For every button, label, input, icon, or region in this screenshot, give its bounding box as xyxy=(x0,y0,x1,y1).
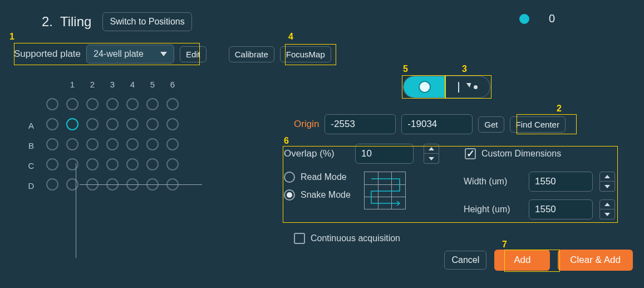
well[interactable] xyxy=(46,158,58,170)
well[interactable] xyxy=(146,138,159,150)
well[interactable] xyxy=(66,98,78,110)
plate-select[interactable]: 24-well plate xyxy=(86,45,174,64)
overlap-down[interactable] xyxy=(424,154,439,164)
edit-button[interactable]: Edit xyxy=(180,46,207,62)
overlap-spinner[interactable] xyxy=(424,144,439,164)
well[interactable] xyxy=(146,118,159,130)
snake-mode-radio[interactable]: Snake Mode xyxy=(284,189,351,201)
overlap-input[interactable] xyxy=(355,144,414,164)
col-hdr-3: 3 xyxy=(102,75,122,95)
well[interactable] xyxy=(86,158,99,170)
custom-dimensions-checkbox[interactable]: Custom Dimensions xyxy=(465,148,561,159)
well[interactable] xyxy=(86,138,99,150)
read-mode-label: Read Mode xyxy=(301,172,347,182)
col-hdr-4: 4 xyxy=(122,75,142,95)
well[interactable] xyxy=(106,118,119,130)
annot-7: 7 xyxy=(502,240,507,250)
height-down[interactable] xyxy=(599,209,615,219)
height-up[interactable] xyxy=(599,199,615,209)
chevron-down-icon xyxy=(160,52,167,56)
col-hdr-5: 5 xyxy=(142,75,163,95)
find-center-button[interactable]: Find Center xyxy=(510,116,566,133)
well[interactable] xyxy=(126,138,139,150)
checkbox-icon xyxy=(465,148,476,159)
col-hdr-2: 2 xyxy=(82,75,102,95)
calibrate-button[interactable]: Calibrate xyxy=(229,46,274,62)
read-mode-radio[interactable]: Read Mode xyxy=(284,172,351,183)
well[interactable] xyxy=(86,118,99,130)
overlap-up[interactable] xyxy=(424,144,439,154)
width-spinner[interactable] xyxy=(599,172,615,192)
well[interactable] xyxy=(166,158,179,170)
well[interactable] xyxy=(46,98,58,110)
caret-up-icon xyxy=(429,147,434,150)
page-title: 2. Tiling xyxy=(42,14,91,30)
circle-icon xyxy=(419,81,431,93)
well[interactable] xyxy=(106,98,119,110)
well[interactable] xyxy=(166,118,179,130)
checkbox-icon xyxy=(294,233,305,244)
origin-y-input[interactable] xyxy=(401,114,473,134)
caret-down-icon xyxy=(604,185,610,188)
snake-mode-label: Snake Mode xyxy=(301,190,351,200)
plate-select-value: 24-well plate xyxy=(94,49,144,59)
height-label: Height (um) xyxy=(464,204,522,214)
annot-2: 2 xyxy=(557,104,562,114)
get-origin-button[interactable]: Get xyxy=(478,116,504,133)
well[interactable] xyxy=(126,98,139,110)
status-dot xyxy=(519,14,529,24)
well[interactable] xyxy=(146,98,159,110)
well-A1[interactable] xyxy=(66,118,78,130)
height-input[interactable] xyxy=(529,199,593,219)
well[interactable] xyxy=(46,178,58,191)
well[interactable] xyxy=(106,158,119,170)
well[interactable] xyxy=(46,138,58,150)
overlap-label: Overlap (%) xyxy=(284,148,345,159)
caret-down-icon xyxy=(429,157,434,160)
height-spinner[interactable] xyxy=(599,199,615,219)
well[interactable] xyxy=(66,158,78,170)
add-button[interactable]: Add xyxy=(494,250,550,271)
well[interactable] xyxy=(166,138,179,150)
well[interactable] xyxy=(146,158,159,170)
annot-4: 4 xyxy=(288,32,293,42)
well[interactable] xyxy=(106,138,119,150)
continuous-acq-label: Continuous acquisition xyxy=(311,233,400,243)
width-up[interactable] xyxy=(599,172,615,182)
continuous-acq-checkbox[interactable]: Continuous acquisition xyxy=(294,233,400,244)
col-hdr-1: 1 xyxy=(62,75,82,95)
row-hdr-A: A xyxy=(22,115,42,135)
well[interactable] xyxy=(126,158,139,170)
custom-dimensions-label: Custom Dimensions xyxy=(481,149,561,159)
cancel-button[interactable]: Cancel xyxy=(444,251,486,270)
position-count: 0 xyxy=(549,12,555,25)
well[interactable] xyxy=(166,98,179,110)
width-input[interactable] xyxy=(529,172,593,192)
col-hdr-6: 6 xyxy=(163,75,183,95)
caret-down-icon xyxy=(604,213,610,216)
width-label: Width (um) xyxy=(464,177,522,187)
row-hdr-C: C xyxy=(22,155,42,175)
width-down[interactable] xyxy=(599,182,615,192)
focusmap-button[interactable]: FocusMap xyxy=(280,46,331,62)
clear-add-button[interactable]: Clear & Add xyxy=(558,250,633,271)
annot-3: 3 xyxy=(462,64,467,74)
well[interactable] xyxy=(66,178,78,191)
well[interactable] xyxy=(86,98,99,110)
tile-path-diagram xyxy=(364,172,406,209)
origin-x-input[interactable] xyxy=(325,114,396,134)
caret-up-icon xyxy=(604,175,610,178)
row-hdr-B: B xyxy=(22,135,42,155)
well[interactable] xyxy=(46,118,58,130)
origin-label: Origin xyxy=(294,119,319,130)
switch-positions-button[interactable]: Switch to Positions xyxy=(102,12,191,31)
radio-icon xyxy=(284,189,295,201)
supported-plate-label: Supported plate xyxy=(14,48,81,60)
toggle-tiling-mode[interactable] xyxy=(404,76,445,97)
dot-icon xyxy=(474,85,478,89)
well[interactable] xyxy=(126,118,139,130)
annot-5: 5 xyxy=(403,64,408,74)
well[interactable] xyxy=(66,138,78,150)
toggle-goto-mode[interactable] xyxy=(445,76,490,97)
arrow-icon xyxy=(458,83,470,91)
